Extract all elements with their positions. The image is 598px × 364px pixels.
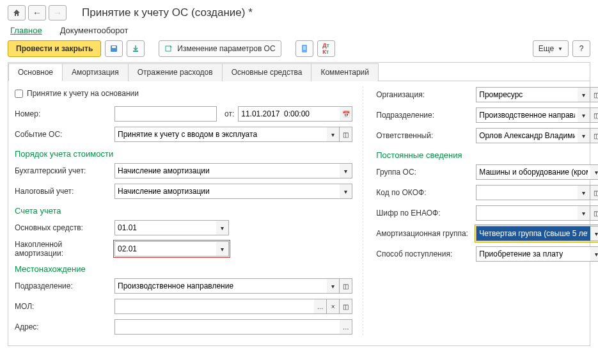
bu-input[interactable]	[114, 163, 340, 178]
right-dept-label: Подразделение:	[376, 111, 472, 120]
okof-label: Код по ОКОФ:	[376, 188, 472, 197]
home-button[interactable]	[8, 5, 26, 20]
dropdown-icon[interactable]: ▾	[578, 87, 590, 102]
dropdown-icon[interactable]: ▾	[216, 220, 229, 235]
svg-rect-2	[133, 51, 138, 52]
dropdown-icon[interactable]: ▾	[216, 241, 229, 257]
event-input[interactable]	[114, 127, 327, 142]
select-icon[interactable]: …	[340, 319, 352, 335]
mol-input[interactable]	[114, 299, 314, 314]
dropdown-icon[interactable]: ▾	[340, 184, 352, 199]
svg-rect-4	[302, 45, 307, 52]
left-dept-label: Подразделение:	[15, 281, 111, 290]
tab-assets[interactable]: Основные средства	[223, 63, 312, 81]
dropdown-icon[interactable]: ▾	[578, 107, 590, 123]
amort-acc-label: Накопленной амортизации:	[15, 240, 111, 258]
tab-amortization[interactable]: Амортизация	[63, 63, 129, 81]
nu-label: Налоговый учет:	[15, 187, 111, 196]
post-button[interactable]	[127, 40, 145, 57]
left-dept-input[interactable]	[114, 278, 327, 294]
open-icon[interactable]: ◫	[340, 299, 352, 314]
more-button[interactable]: Еще ▼	[533, 40, 569, 57]
svg-rect-3	[166, 46, 171, 51]
number-label: Номер:	[15, 109, 111, 118]
okof-input[interactable]	[476, 185, 578, 200]
dropdown-icon[interactable]: ▾	[327, 127, 340, 142]
subnav-main[interactable]: Главное	[10, 26, 42, 35]
dropdown-icon[interactable]: ▾	[578, 185, 590, 200]
basis-checkbox[interactable]	[15, 90, 23, 98]
addr-label: Адрес:	[15, 322, 111, 331]
select-icon[interactable]: …	[314, 299, 327, 314]
open-icon[interactable]: ◫	[590, 128, 598, 143]
accounts-section-header: Счета учета	[15, 203, 352, 216]
cost-section-header: Порядок учета стоимости	[15, 146, 352, 159]
resp-label: Ответственный:	[376, 131, 472, 140]
clear-icon[interactable]: ×	[327, 299, 340, 314]
dropdown-icon[interactable]: ▾	[327, 278, 340, 294]
resp-input[interactable]	[476, 128, 578, 143]
addr-input[interactable]	[114, 319, 340, 335]
tab-costs[interactable]: Отражение расходов	[129, 63, 223, 81]
dropdown-icon[interactable]: ▾	[578, 128, 590, 143]
group-input[interactable]	[476, 164, 590, 180]
calendar-icon[interactable]: 📅	[340, 106, 352, 122]
amort-group-label: Амортизационная группа:	[376, 229, 472, 238]
dropdown-icon[interactable]: ▾	[590, 226, 598, 241]
tab-comment[interactable]: Комментарий	[311, 63, 379, 81]
subnav-docflow[interactable]: Документооборот	[60, 26, 129, 35]
number-input[interactable]	[114, 106, 217, 122]
location-section-header: Местонахождение	[15, 262, 352, 274]
back-button[interactable]: ←	[28, 5, 46, 20]
os-acc-input[interactable]	[114, 220, 216, 235]
open-icon[interactable]: ◫	[590, 87, 598, 102]
amort-group-input[interactable]	[476, 226, 590, 241]
dropdown-icon[interactable]: ▾	[340, 163, 352, 178]
enaof-label: Шифр по ЕНАОФ:	[376, 209, 472, 218]
basis-checkbox-label: Принятие к учету на основании	[27, 89, 139, 98]
change-params-button[interactable]: Изменение параметров ОС	[159, 40, 281, 57]
acq-input[interactable]	[476, 246, 590, 262]
save-button[interactable]	[105, 40, 123, 57]
event-label: Событие ОС:	[15, 130, 111, 139]
group-label: Группа ОС:	[376, 168, 472, 177]
enaof-input[interactable]	[476, 205, 578, 221]
date-input[interactable]	[238, 106, 340, 122]
report-button[interactable]	[295, 40, 313, 57]
open-icon[interactable]: ◫	[590, 185, 598, 200]
nu-input[interactable]	[114, 184, 340, 199]
svg-rect-1	[112, 46, 116, 48]
open-icon[interactable]: ◫	[340, 127, 352, 142]
open-icon[interactable]: ◫	[590, 205, 598, 221]
dropdown-icon[interactable]: ▾	[578, 205, 590, 221]
dropdown-icon[interactable]: ▾	[590, 164, 598, 180]
bu-label: Бухгалтерский учет:	[15, 166, 111, 175]
open-icon[interactable]: ◫	[340, 278, 352, 294]
post-and-close-button[interactable]: Провести и закрыть	[8, 40, 101, 57]
const-section-header: Постоянные сведения	[376, 148, 598, 160]
entries-button[interactable]: ДтКт	[317, 40, 335, 57]
dropdown-icon[interactable]: ▾	[590, 246, 598, 262]
mol-label: МОЛ:	[15, 302, 111, 311]
os-acc-label: Основных средств:	[15, 223, 111, 232]
open-icon[interactable]: ◫	[590, 107, 598, 123]
amort-acc-input[interactable]	[114, 241, 216, 257]
from-label: от:	[224, 109, 234, 118]
page-title: Принятие к учету ОС (создание) *	[82, 6, 253, 19]
help-button[interactable]: ?	[572, 40, 590, 57]
tab-main[interactable]: Основное	[8, 63, 63, 81]
right-dept-input[interactable]	[476, 107, 578, 123]
org-input[interactable]	[476, 87, 578, 102]
org-label: Организация:	[376, 90, 472, 99]
acq-label: Способ поступления:	[376, 249, 472, 258]
forward-button: →	[49, 5, 67, 20]
